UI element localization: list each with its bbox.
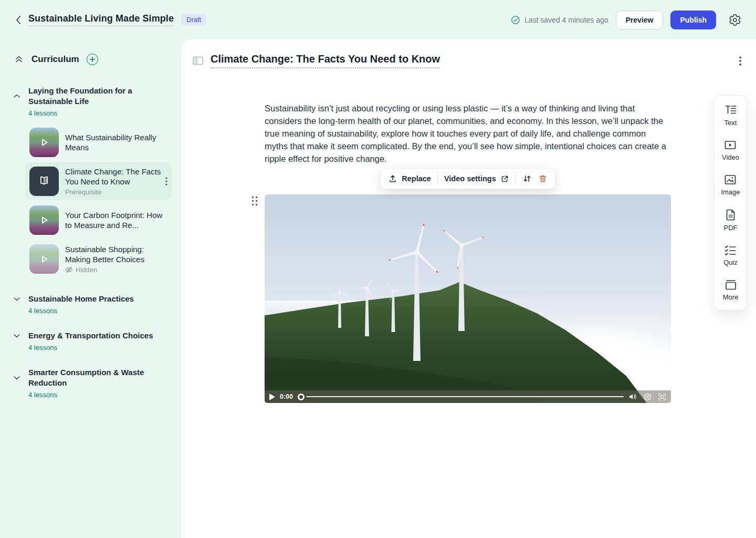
lesson-title: Climate Change: The Facts You Need to Kn… (65, 167, 167, 187)
chevron-down-icon (13, 374, 21, 382)
lesson-item-hidden[interactable]: Sustainable Shopping: Making Better Choi… (25, 240, 172, 278)
chevron-down-icon (13, 295, 21, 303)
video-settings-label: Video settings (444, 174, 496, 183)
video-player[interactable]: 0:00 (265, 194, 671, 403)
last-saved-status: Last saved 4 minutes ago (511, 15, 608, 25)
lesson-title: What Sustainability Really Means (65, 132, 167, 152)
volume-button[interactable] (628, 393, 637, 400)
replace-label: Replace (402, 174, 431, 183)
pdf-icon (725, 209, 737, 221)
play-icon (29, 244, 59, 274)
toolbar-divider (516, 173, 516, 184)
player-settings-button[interactable] (644, 393, 652, 401)
lesson-thumbnail (29, 205, 59, 235)
insert-pdf-label: PDF (724, 224, 738, 232)
double-chevron-up-icon (15, 55, 23, 64)
chevron-down-icon (13, 332, 21, 340)
insert-pdf-button[interactable]: PDF (724, 209, 738, 232)
insert-block-toolbar: Text Video Image PDF Quiz More (714, 95, 747, 311)
topbar: Sustainable Living Made Simple Draft Las… (0, 0, 756, 39)
add-section-button[interactable] (87, 54, 98, 65)
check-circle-icon (511, 15, 520, 25)
toggle-sidebar-button[interactable] (191, 54, 205, 67)
progress-knob[interactable] (298, 394, 304, 400)
last-saved-text: Last saved 4 minutes ago (524, 16, 608, 24)
video-settings-button[interactable]: Video settings (444, 174, 509, 183)
video-block-toolbar: Replace Video settings (380, 168, 555, 189)
status-badge: Draft (181, 14, 206, 26)
wind-turbine (377, 280, 409, 337)
play-icon (29, 205, 59, 235)
settings-button[interactable] (727, 12, 743, 28)
section-header[interactable]: Energy & Transportation Choices (13, 330, 181, 341)
lesson-kebab-menu[interactable] (737, 54, 743, 68)
publish-button[interactable]: Publish (670, 11, 716, 29)
video-block: 0:00 (265, 194, 671, 403)
trash-icon (538, 174, 548, 183)
curriculum-section: Sustainable Home Practices 4 lessons (13, 294, 181, 315)
eye-off-icon (65, 266, 73, 273)
chevron-up-icon (13, 92, 21, 100)
back-chevron-icon (15, 15, 22, 25)
section-header[interactable]: Smarter Consumption & Waste Reduction (13, 367, 181, 388)
lesson-item[interactable]: What Sustainability Really Means (25, 123, 172, 161)
progress-track[interactable] (306, 396, 624, 397)
quiz-checklist-icon (724, 244, 737, 256)
lesson-page-title[interactable]: Climate Change: The Facts You Need to Kn… (211, 53, 440, 68)
insert-quiz-label: Quiz (723, 258, 738, 266)
insert-more-label: More (723, 293, 739, 301)
curriculum-section: Energy & Transportation Choices 4 lesson… (13, 330, 181, 351)
replace-video-button[interactable]: Replace (388, 174, 431, 183)
play-button[interactable] (269, 394, 275, 400)
sort-arrows-icon (522, 174, 532, 183)
section-lesson-count: 4 lessons (28, 109, 181, 117)
current-time: 0:00 (280, 393, 293, 400)
more-blocks-icon (724, 279, 737, 291)
lesson-item-selected[interactable]: Climate Change: The Facts You Need to Kn… (25, 162, 172, 200)
fullscreen-button[interactable] (658, 393, 666, 401)
open-book-icon (37, 174, 51, 189)
panel-toggle-icon (193, 56, 203, 65)
insert-video-button[interactable]: Video (722, 139, 739, 161)
insert-quiz-button[interactable]: Quiz (723, 244, 738, 266)
section-lesson-count: 4 lessons (28, 307, 181, 315)
drag-handle[interactable] (252, 196, 258, 206)
play-icon (29, 128, 59, 157)
curriculum-section: Smarter Consumption & Waste Reduction 4 … (13, 367, 181, 399)
section-title: Smarter Consumption & Waste Reduction (28, 367, 160, 388)
insert-more-button[interactable]: More (723, 279, 739, 301)
section-lesson-count: 4 lessons (28, 344, 181, 351)
external-link-icon (500, 174, 509, 183)
insert-text-button[interactable]: Text (724, 105, 737, 127)
text-icon (724, 105, 737, 116)
section-header[interactable]: Laying the Foundation for a Sustainable … (13, 86, 181, 107)
lesson-title: Sustainable Shopping: Making Better Choi… (65, 244, 167, 264)
wind-turbine (433, 221, 490, 342)
lesson-meta: Prerequisite (65, 188, 167, 196)
lesson-thumbnail (29, 167, 59, 196)
lesson-thumbnail (29, 244, 59, 274)
section-header[interactable]: Sustainable Home Practices (13, 294, 181, 304)
lesson-item[interactable]: Your Carbon Footprint: How to Measure an… (25, 201, 172, 239)
lesson-kebab-menu[interactable] (165, 177, 167, 185)
insert-image-button[interactable]: Image (721, 174, 740, 196)
insert-text-label: Text (724, 119, 737, 127)
video-icon (724, 139, 737, 151)
lesson-paragraph[interactable]: Sustainability isn’t just about recyclin… (265, 102, 671, 165)
lesson-meta: Hidden (76, 266, 97, 274)
lesson-thumbnail (29, 128, 59, 157)
course-title[interactable]: Sustainable Living Made Simple (28, 13, 174, 26)
delete-block-button[interactable] (538, 174, 548, 183)
preview-button[interactable]: Preview (616, 11, 664, 29)
collapse-all-button[interactable] (13, 53, 25, 66)
lesson-title: Your Carbon Footprint: How to Measure an… (65, 210, 167, 230)
section-title: Laying the Foundation for a Sustainable … (28, 86, 160, 107)
section-title: Energy & Transportation Choices (28, 330, 160, 341)
plus-icon (89, 56, 96, 63)
back-button[interactable] (13, 13, 24, 27)
move-block-button[interactable] (522, 174, 532, 183)
insert-image-label: Image (721, 188, 740, 196)
toolbar-divider (437, 173, 438, 184)
curriculum-section: Laying the Foundation for a Sustainable … (13, 86, 181, 278)
video-controls-bar: 0:00 (265, 390, 671, 403)
